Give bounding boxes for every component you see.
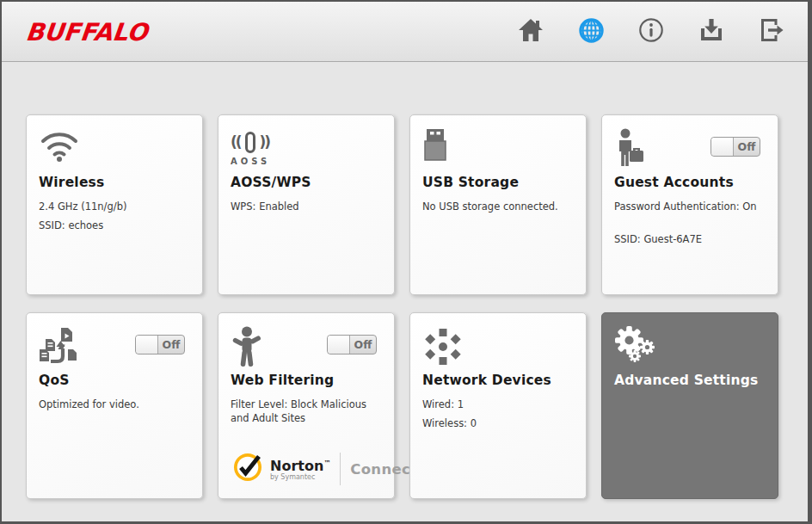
- toggle-knob: [136, 336, 158, 354]
- guest-auth-status: Password Authentication: On: [614, 200, 766, 213]
- card-title: QoS: [39, 373, 190, 388]
- download-button[interactable]: [698, 17, 724, 46]
- info-icon: [638, 17, 664, 46]
- logout-icon: [759, 18, 784, 46]
- card-title: Network Devices: [422, 373, 574, 388]
- guest-ssid: SSID: Guest-6A7E: [614, 232, 766, 246]
- toggle-state: Off: [158, 336, 184, 354]
- network-cluster-icon: [422, 326, 574, 367]
- toggle-knob: [328, 336, 350, 354]
- card-wireless[interactable]: Wireless 2.4 GHz (11n/g/b) SSID: echoes: [26, 114, 203, 295]
- card-web-filtering[interactable]: Off Web Filtering Filter Level: Block Ma…: [218, 312, 395, 499]
- card-advanced-settings[interactable]: Advanced Settings: [601, 312, 778, 499]
- wireless-count: Wireless: 0: [422, 416, 574, 430]
- wifi-icon: [39, 128, 190, 170]
- wireless-ssid: SSID: echoes: [39, 219, 190, 232]
- card-title: Wireless: [39, 175, 190, 190]
- norton-brand: Norton: [270, 458, 323, 474]
- buffalo-logo: BUFFALO: [24, 18, 149, 46]
- globe-icon: [578, 17, 605, 47]
- qos-status: Optimized for video.: [39, 398, 190, 411]
- toggle-knob: [711, 138, 734, 156]
- logout-button[interactable]: [759, 17, 784, 46]
- home-button[interactable]: [518, 17, 544, 46]
- dashboard-grid: Wireless 2.4 GHz (11n/g/b) SSID: echoes …: [26, 114, 778, 499]
- trademark-symbol: ™: [323, 459, 330, 467]
- wired-count: Wired: 1: [422, 398, 574, 411]
- card-qos[interactable]: Off QoS Optimized for video.: [26, 312, 203, 499]
- guest-accounts-toggle[interactable]: Off: [710, 137, 760, 157]
- filter-level: Filter Level: Block Malicious and Adult …: [231, 398, 382, 425]
- card-title: Web Filtering: [231, 373, 382, 388]
- norton-sub: by Symantec: [270, 473, 330, 481]
- card-guest-accounts[interactable]: Off Guest Accounts Password Authenticati…: [601, 114, 778, 295]
- network-map-button[interactable]: [578, 17, 604, 46]
- usb-status: No USB storage connected.: [422, 200, 574, 213]
- card-aoss-wps[interactable]: (( )) AOSS AOSS/WPS WPS: Enabled: [218, 114, 395, 295]
- wireless-band: 2.4 GHz (11n/g/b): [39, 200, 190, 213]
- card-title: Advanced Settings: [614, 373, 766, 388]
- aoss-icon: (( )) AOSS: [231, 128, 382, 170]
- norton-check-icon: [232, 452, 263, 486]
- card-title: Guest Accounts: [614, 175, 766, 190]
- header: BUFFALO: [2, 2, 808, 62]
- web-filtering-toggle[interactable]: Off: [327, 335, 377, 354]
- divider: [340, 453, 341, 485]
- card-usb-storage[interactable]: USB Storage No USB storage connected.: [409, 114, 587, 295]
- toggle-state: Off: [350, 336, 376, 354]
- qos-toggle[interactable]: Off: [135, 335, 185, 354]
- gears-icon: [614, 326, 766, 367]
- card-title: USB Storage: [422, 175, 574, 190]
- toggle-state: Off: [734, 138, 760, 156]
- card-title: AOSS/WPS: [231, 175, 382, 190]
- download-icon: [698, 17, 724, 46]
- info-button[interactable]: [638, 17, 664, 46]
- usb-icon: [422, 128, 574, 170]
- home-icon: [518, 18, 544, 46]
- aoss-icon-label: AOSS: [231, 157, 382, 166]
- wps-status: WPS: Enabled: [231, 200, 382, 213]
- router-admin-window: BUFFALO: [0, 0, 812, 524]
- header-nav: [518, 17, 784, 46]
- card-network-devices[interactable]: Network Devices Wired: 1 Wireless: 0: [409, 312, 587, 499]
